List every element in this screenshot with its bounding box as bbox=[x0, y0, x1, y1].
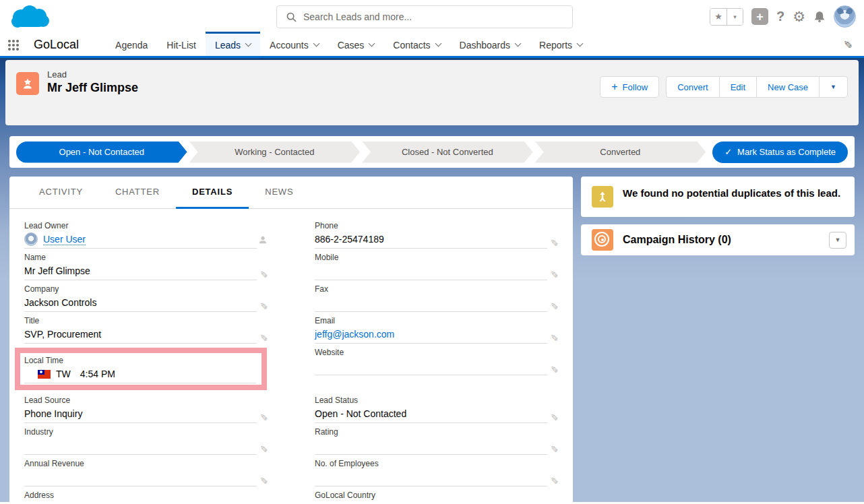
chevron-down-icon[interactable] bbox=[369, 40, 375, 47]
check-icon: ✓ bbox=[724, 147, 732, 157]
mark-status-complete-button[interactable]: ✓ Mark Status as Complete bbox=[712, 141, 848, 163]
record-tab-news[interactable]: NEWS bbox=[249, 177, 309, 209]
edit-field-icon[interactable]: ✎ bbox=[549, 239, 559, 247]
field-label: Title bbox=[24, 316, 257, 325]
field-lead-owner: Lead OwnerUser User bbox=[24, 217, 257, 249]
favorites-dropdown-button[interactable]: ▾ bbox=[727, 9, 743, 25]
app-launcher-icon[interactable] bbox=[8, 40, 19, 51]
chevron-down-icon[interactable] bbox=[313, 40, 319, 47]
field-value: ✎ bbox=[315, 296, 547, 312]
field-fax: Fax ✎ bbox=[315, 280, 547, 312]
user-avatar[interactable] bbox=[834, 5, 856, 28]
setup-gear-button[interactable]: ⚙ bbox=[793, 7, 805, 26]
field-value: Jackson Controls✎ bbox=[24, 296, 257, 312]
nav-tabs: AgendaHit-ListLeadsAccountsCasesContacts… bbox=[106, 32, 592, 56]
lead-owner-link[interactable]: User User bbox=[43, 234, 86, 245]
convert-button[interactable]: Convert bbox=[666, 76, 719, 98]
field-text bbox=[24, 472, 27, 482]
page-background: Lead Mr Jeff Glimpse + Follow Convert Ed… bbox=[0, 58, 864, 502]
edit-field-icon[interactable]: ✎ bbox=[258, 270, 269, 278]
edit-field-icon[interactable]: ✎ bbox=[258, 302, 269, 310]
nav-tab-dashboards[interactable]: Dashboards bbox=[450, 32, 530, 56]
edit-field-icon[interactable]: ✎ bbox=[258, 413, 269, 421]
chevron-down-icon[interactable] bbox=[435, 40, 441, 47]
chevron-down-icon[interactable] bbox=[245, 40, 252, 47]
edit-field-icon[interactable]: ✎ bbox=[549, 302, 559, 310]
edit-field-icon[interactable]: ✎ bbox=[258, 334, 269, 342]
edit-navigation-icon[interactable]: ✎ bbox=[841, 40, 854, 49]
field-value: jeffg@jackson.com✎ bbox=[315, 327, 547, 344]
favorites-control: ★ ▾ bbox=[710, 8, 743, 26]
change-owner-icon[interactable] bbox=[258, 235, 268, 247]
field-value: SVP, Procurement✎ bbox=[24, 327, 257, 344]
search-icon bbox=[286, 12, 297, 22]
field-label: No. of Employees bbox=[315, 459, 547, 468]
nav-tab-cases[interactable]: Cases bbox=[328, 32, 384, 56]
field-phone: Phone886-2-25474189✎ bbox=[315, 217, 547, 249]
field-label: Fax bbox=[315, 284, 547, 294]
global-actions-button[interactable]: + bbox=[751, 8, 768, 25]
path-step-converted[interactable]: Converted bbox=[535, 141, 706, 163]
field-value: User User bbox=[24, 232, 257, 249]
record-tab-details[interactable]: DETAILS bbox=[176, 177, 249, 209]
chevron-down-icon[interactable] bbox=[577, 40, 584, 47]
search-input[interactable] bbox=[303, 11, 572, 22]
field-text bbox=[315, 440, 317, 451]
nav-tab-label: Cases bbox=[338, 40, 365, 51]
nav-tab-accounts[interactable]: Accounts bbox=[260, 32, 328, 56]
nav-tab-leads[interactable]: Leads bbox=[206, 32, 260, 56]
path-steps: Open - Not ContactedWorking - ContactedC… bbox=[16, 141, 706, 163]
field-name: NameMr Jeff Glimpse✎ bbox=[24, 249, 257, 280]
follow-button[interactable]: + Follow bbox=[600, 76, 659, 98]
field-text: SVP, Procurement bbox=[24, 329, 101, 340]
local-time-highlight-box: Local TimeTW4:54 PM bbox=[15, 348, 267, 390]
new-case-button[interactable]: New Case bbox=[756, 76, 819, 98]
salesforce-logo bbox=[9, 3, 53, 31]
record-tab-activity[interactable]: ACTIVITY bbox=[23, 177, 99, 209]
edit-field-icon[interactable]: ✎ bbox=[549, 476, 559, 484]
edit-button[interactable]: Edit bbox=[719, 76, 756, 98]
field-value: TW4:54 PM bbox=[24, 367, 256, 383]
record-tab-chatter[interactable]: CHATTER bbox=[99, 177, 176, 209]
field-value: Mr Jeff Glimpse✎ bbox=[24, 264, 257, 280]
edit-field-icon[interactable]: ✎ bbox=[549, 445, 559, 453]
entity-label: Lead bbox=[47, 69, 138, 80]
global-search-box[interactable] bbox=[276, 5, 573, 28]
nav-tab-reports[interactable]: Reports bbox=[530, 32, 592, 56]
email-link[interactable]: jeffg@jackson.com bbox=[315, 329, 394, 340]
field-label: Phone bbox=[315, 221, 547, 230]
path-step-open-not-contacted[interactable]: Open - Not Contacted bbox=[16, 141, 187, 163]
campaign-history-dropdown-button[interactable]: ▼ bbox=[829, 232, 846, 249]
edit-field-icon[interactable]: ✎ bbox=[549, 270, 559, 278]
edit-field-icon[interactable]: ✎ bbox=[258, 445, 269, 453]
field-value: Phone Inquiry✎ bbox=[24, 407, 257, 423]
path-step-closed-not-converted[interactable]: Closed - Not Converted bbox=[362, 141, 533, 163]
nav-tab-label: Accounts bbox=[270, 40, 309, 51]
edit-field-icon[interactable]: ✎ bbox=[258, 476, 269, 484]
field-label: Address bbox=[24, 491, 257, 500]
edit-field-icon[interactable]: ✎ bbox=[549, 334, 559, 342]
right-sidebar: We found no potential duplicates of this… bbox=[581, 177, 855, 255]
nav-tab-label: Leads bbox=[215, 40, 241, 51]
field-rating: Rating ✎ bbox=[315, 423, 547, 455]
duplicates-card: We found no potential duplicates of this… bbox=[581, 177, 855, 217]
edit-field-icon[interactable]: ✎ bbox=[549, 365, 559, 373]
field-value: 886-2-25474189✎ bbox=[315, 232, 547, 249]
help-button[interactable]: ? bbox=[776, 7, 784, 26]
nav-tab-agenda[interactable]: Agenda bbox=[106, 32, 157, 56]
favorites-star-button[interactable]: ★ bbox=[710, 9, 727, 25]
nav-tab-hit-list[interactable]: Hit-List bbox=[157, 32, 206, 56]
taiwan-flag-icon bbox=[38, 370, 51, 379]
field-address: Address ✎ bbox=[24, 486, 257, 502]
field-value: Open - Not Contacted✎ bbox=[315, 407, 547, 423]
more-actions-dropdown-button[interactable]: ▼ bbox=[819, 76, 848, 98]
duplicates-message: We found no potential duplicates of this… bbox=[623, 186, 840, 200]
details-field-grid: Lead OwnerUser UserPhone886-2-25474189✎N… bbox=[9, 209, 573, 502]
campaign-target-icon bbox=[592, 229, 613, 251]
edit-field-icon[interactable]: ✎ bbox=[549, 413, 559, 421]
field-label: Lead Source bbox=[24, 396, 257, 405]
path-step-working-contacted[interactable]: Working - Contacted bbox=[189, 141, 361, 163]
chevron-down-icon[interactable] bbox=[515, 40, 522, 47]
notifications-bell-button[interactable] bbox=[813, 7, 826, 26]
nav-tab-contacts[interactable]: Contacts bbox=[383, 32, 450, 56]
